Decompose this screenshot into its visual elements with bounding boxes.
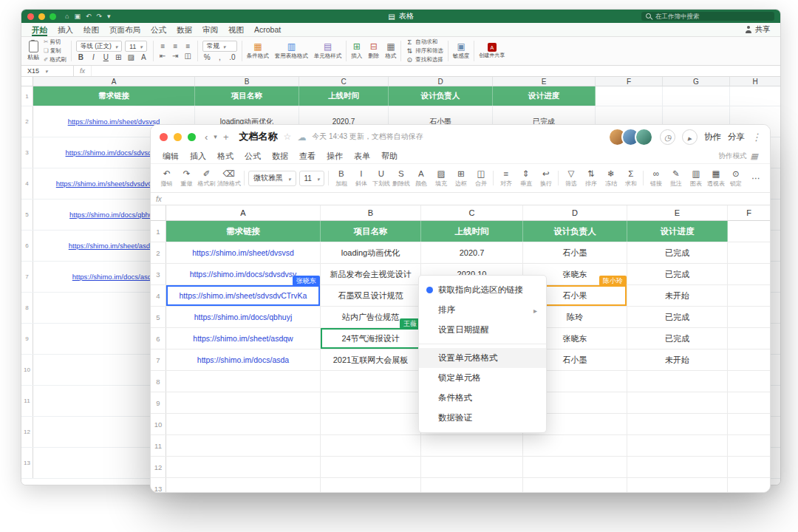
share-button[interactable]: 共享: [745, 24, 770, 35]
cell[interactable]: [627, 392, 728, 413]
toolbar-button[interactable]: ❄ 冻结: [601, 169, 621, 188]
fill-color-button[interactable]: ▨: [126, 53, 136, 61]
cell[interactable]: [627, 414, 728, 434]
mode-indicator[interactable]: 协作模式: [719, 151, 758, 161]
column-header[interactable]: G: [663, 77, 730, 86]
toolbar-button[interactable]: ▽ 筛选: [561, 169, 581, 188]
search-box[interactable]: [641, 12, 774, 21]
ribbon-style-button[interactable]: ▤ 单元格样式: [314, 42, 342, 60]
toolbar-button[interactable]: ⊙ 锁定: [726, 169, 746, 188]
cell[interactable]: 已完成: [627, 307, 728, 327]
cell[interactable]: 已完成: [627, 242, 728, 263]
menu-insert[interactable]: 插入: [190, 151, 206, 162]
cell[interactable]: [728, 221, 770, 242]
toolbar-button[interactable]: U 下划线: [371, 169, 391, 188]
bold-button[interactable]: B: [76, 53, 86, 61]
menu-data[interactable]: 数据: [272, 151, 288, 162]
cell[interactable]: [166, 478, 321, 492]
toolbar-button[interactable]: ↷ 重做: [177, 169, 197, 188]
cell[interactable]: https://shimo.im/docs/qbhuyj: [166, 307, 321, 327]
more-options-icon[interactable]: [751, 130, 761, 143]
row-number[interactable]: 10: [21, 355, 33, 385]
column-header[interactable]: B: [195, 77, 299, 86]
toolbar-button[interactable]: ↩ 换行: [536, 169, 556, 188]
cell[interactable]: https://shimo.im/sheet/dvsvsd: [166, 242, 321, 263]
link[interactable]: https://shimo.im/docs/qbhuyj: [194, 313, 292, 321]
italic-button[interactable]: I: [89, 53, 98, 61]
star-icon[interactable]: ☆: [283, 132, 291, 142]
link[interactable]: https://shimo.im/docs/sdvsdvsv: [190, 270, 297, 279]
row-number[interactable]: 1: [151, 221, 166, 242]
ribbon-style-button[interactable]: ▥ 套用表格格式: [275, 42, 308, 60]
minimize-button[interactable]: [174, 133, 182, 141]
selected-cell[interactable]: https://shimo.im/sheet/sdvsdvCTrvKa 张晓东: [166, 285, 321, 306]
link[interactable]: https://shimo.im/docs/asda: [197, 355, 289, 364]
cell[interactable]: [730, 86, 780, 106]
cell[interactable]: https://shimo.im/docs/asda: [166, 349, 321, 370]
column-header[interactable]: E: [493, 77, 596, 86]
share-button[interactable]: 分享: [728, 132, 745, 143]
header-cell[interactable]: 设计负责人: [389, 86, 493, 106]
cell[interactable]: [166, 392, 321, 413]
paste-button[interactable]: 粘贴: [27, 41, 39, 61]
font-size-select[interactable]: 11: [125, 41, 146, 52]
column-header[interactable]: F: [728, 205, 770, 220]
row-number[interactable]: 2: [151, 242, 166, 263]
cell[interactable]: [321, 371, 421, 392]
formula-input[interactable]: [168, 193, 770, 205]
row-number[interactable]: 8: [151, 371, 166, 392]
cell[interactable]: [627, 457, 728, 477]
cell[interactable]: 2021互联网大会展板: [321, 349, 421, 370]
toolbar-button[interactable]: S 删除线: [391, 169, 411, 188]
cell[interactable]: [728, 242, 770, 263]
ribbon-style-button[interactable]: ▦ 条件格式: [247, 42, 269, 60]
menu-actions[interactable]: 操作: [327, 151, 343, 162]
link[interactable]: https://shimo.im/docs/asda: [72, 273, 155, 281]
zoom-button[interactable]: [188, 133, 196, 141]
header-cell[interactable]: 需求链接: [33, 86, 195, 106]
row-number[interactable]: 1: [21, 86, 33, 106]
cell[interactable]: [728, 264, 770, 284]
cell[interactable]: 未开始: [627, 285, 728, 306]
row-number[interactable]: 4: [21, 168, 33, 199]
cell[interactable]: [321, 414, 421, 434]
comma-button[interactable]: ,: [215, 53, 225, 61]
tab-review[interactable]: 审阅: [202, 24, 218, 36]
row-number[interactable]: 13: [21, 448, 33, 478]
header-cell[interactable]: 设计进度: [627, 221, 728, 242]
ribbon-editing-button[interactable]: ⇅ 排序和筛选: [406, 47, 443, 55]
cell[interactable]: [728, 457, 770, 477]
cell[interactable]: [166, 414, 321, 434]
toolbar-button[interactable]: ∞ 链接: [646, 169, 666, 188]
ribbon-cells-button[interactable]: ▦ 格式: [385, 42, 396, 60]
menu-item-data-validation[interactable]: 数据验证: [419, 408, 546, 428]
row-number[interactable]: 9: [151, 392, 166, 413]
search-input[interactable]: [655, 13, 770, 20]
border-button[interactable]: ⊞: [114, 53, 123, 61]
close-button[interactable]: [160, 133, 168, 141]
cell[interactable]: 已完成: [627, 328, 728, 349]
collaborate-button[interactable]: 协作: [704, 132, 721, 143]
avatar[interactable]: [635, 128, 653, 146]
cell[interactable]: https://shimo.im/sheet/asdqw: [166, 328, 321, 349]
cell[interactable]: 已完成: [627, 264, 728, 284]
cell[interactable]: [421, 435, 523, 456]
cell[interactable]: 石小墨: [523, 242, 627, 263]
font-family-select[interactable]: 微软雅黑: [248, 171, 296, 186]
ribbon-cells-button[interactable]: ⊟ 删除: [368, 42, 379, 60]
cell[interactable]: [596, 86, 663, 106]
tab-draw[interactable]: 绘图: [83, 24, 99, 36]
column-header[interactable]: A: [166, 205, 321, 220]
column-header[interactable]: A: [33, 77, 195, 86]
caret-down-icon[interactable]: ▾: [214, 133, 217, 140]
link[interactable]: https://shimo.im/sheet/dvsvsd: [192, 248, 294, 257]
cell[interactable]: [321, 392, 421, 413]
tab-view[interactable]: 视图: [228, 24, 244, 36]
cell[interactable]: [663, 86, 730, 106]
cell[interactable]: [728, 414, 770, 434]
toolbar-button[interactable]: B 加粗: [331, 169, 351, 188]
row-number[interactable]: 8: [21, 293, 33, 323]
column-header[interactable]: D: [389, 77, 493, 86]
number-format-select[interactable]: 常规: [202, 41, 237, 52]
column-header[interactable]: F: [596, 77, 663, 86]
